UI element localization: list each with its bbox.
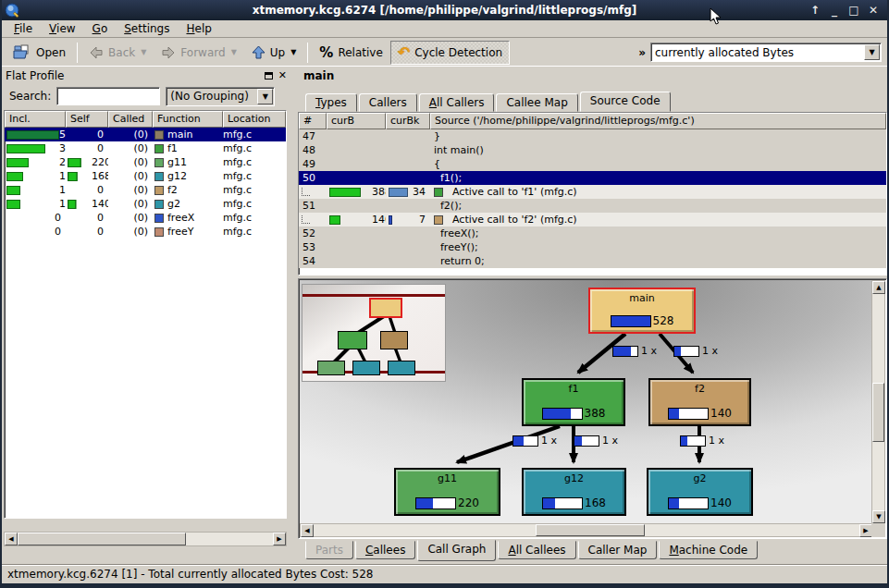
table-row-g12[interactable]: 168 168 (0) g12 mfg.c <box>5 169 286 183</box>
cycle-detection-toggle-button[interactable]: ↶ Cycle Detection <box>390 41 510 65</box>
table-row-freeX[interactable]: 0 0 (0) freeX mfg.c <box>5 211 286 225</box>
column-header-incl[interactable]: Incl. <box>5 111 66 128</box>
overview-node-g11 <box>317 361 345 375</box>
combo-dropdown-icon[interactable]: ▼ <box>864 44 880 60</box>
menu-help[interactable]: Help <box>178 20 219 37</box>
tab-callers[interactable]: Callers <box>359 93 417 112</box>
close-button[interactable]: ✕ <box>867 4 880 17</box>
source-line-selected[interactable]: 50 f1(); <box>299 171 886 185</box>
graph-node-g2[interactable]: g2 140 <box>647 468 753 516</box>
scrollbar-track[interactable] <box>872 294 884 383</box>
graph-node-g12[interactable]: g12 168 <box>522 468 626 516</box>
relative-toggle-button[interactable]: % Relative <box>312 41 389 65</box>
scroll-right-icon[interactable]: ▶ <box>273 533 286 545</box>
scroll-left-icon[interactable]: ◀ <box>301 524 314 537</box>
column-header-curbk[interactable]: curBk <box>386 113 430 129</box>
dock-close-icon[interactable]: ✕ <box>278 69 287 81</box>
source-line[interactable]: 47 } <box>299 129 886 143</box>
graph-hscrollbar[interactable]: ◀ ▶ <box>300 523 873 537</box>
column-header-line[interactable]: # <box>299 113 327 129</box>
column-header-source[interactable]: Source ('/home/philippe/valgrind/littlep… <box>430 113 886 129</box>
edge-label-f1-g12: 1 x <box>574 435 618 447</box>
back-button[interactable]: Back ▼ <box>81 41 154 65</box>
table-row-f1[interactable]: 388 0 (0) f1 mfg.c <box>5 141 286 155</box>
graph-node-main[interactable]: main 528 <box>588 288 696 334</box>
column-header-self[interactable]: Self <box>66 111 108 128</box>
overview-node-main <box>369 298 402 318</box>
menu-go[interactable]: Go <box>84 20 117 37</box>
scroll-right-icon[interactable]: ▶ <box>859 524 872 537</box>
tab-parts[interactable]: Parts <box>305 541 353 559</box>
menu-settings[interactable]: Settings <box>116 20 178 37</box>
scrollbar-track[interactable] <box>645 524 859 536</box>
scroll-down-icon[interactable]: ▼ <box>872 510 885 523</box>
source-line[interactable]: 53 freeY(); <box>299 240 886 254</box>
scrollbar-thumb[interactable] <box>872 383 884 442</box>
graph-node-f2[interactable]: f2 140 <box>648 378 751 426</box>
table-row-main[interactable]: 528 0 (0) main mfg.c <box>5 128 286 141</box>
tab-callees[interactable]: Callees <box>355 541 415 559</box>
column-header-curb[interactable]: curB <box>327 113 386 129</box>
maximize-button[interactable]: □ <box>847 4 860 17</box>
source-line[interactable]: 54 return 0; <box>299 254 886 268</box>
up-button[interactable]: Up ▼ <box>244 41 304 65</box>
event-type-combobox[interactable]: currently allocated Bytes ▼ <box>650 43 882 62</box>
tab-types[interactable]: Types <box>305 93 357 112</box>
title-bar: xtmemory.kcg.6274 [/home/philippe/valgri… <box>2 0 887 20</box>
tree-branch-icon <box>302 188 310 196</box>
graph-node-g11[interactable]: g11 220 <box>394 468 500 516</box>
scroll-up-icon[interactable]: ▲ <box>872 281 885 294</box>
tab-call-graph[interactable]: Call Graph <box>417 540 496 561</box>
tab-machine-code[interactable]: Machine Code <box>659 541 758 559</box>
menu-file[interactable]: File <box>6 20 41 37</box>
menu-view[interactable]: View <box>41 20 83 37</box>
forward-dropdown-icon[interactable]: ▼ <box>231 48 237 56</box>
tab-source-code[interactable]: Source Code <box>580 92 671 112</box>
call-graph-canvas[interactable]: main 528 f1 388 f2 140 g11 220 g12 168 <box>300 280 873 524</box>
tab-all-callees[interactable]: All Callees <box>498 541 575 559</box>
incl-bar <box>6 186 20 195</box>
scrollbar-track[interactable] <box>186 533 273 545</box>
scrollbar-thumb[interactable] <box>18 533 186 545</box>
forward-arrow-icon <box>161 46 176 59</box>
shade-button[interactable]: ↑ <box>809 4 821 17</box>
column-header-function[interactable]: Function <box>153 111 223 128</box>
toolbar-overflow-chevron[interactable]: » <box>638 46 646 59</box>
source-line[interactable]: 52 freeX(); <box>299 227 886 240</box>
up-dropdown-icon[interactable]: ▼ <box>290 48 296 56</box>
tab-all-callers[interactable]: All Callers <box>419 93 495 112</box>
graph-overview-panel[interactable] <box>302 284 446 382</box>
source-line[interactable]: 48 int main() <box>299 143 886 157</box>
tab-caller-map[interactable]: Caller Map <box>578 541 658 559</box>
grouping-combobox[interactable]: (No Grouping) ▼ <box>166 87 275 106</box>
source-call-row-f2[interactable]: 140 7 Active call to 'f2' (mfg.c) <box>299 213 886 227</box>
source-line[interactable]: 51 f2(); <box>299 199 886 213</box>
tab-callee-map[interactable]: Callee Map <box>496 93 577 112</box>
self-bar <box>68 200 76 209</box>
self-bar <box>68 172 78 181</box>
scroll-left-icon[interactable]: ◀ <box>5 533 18 545</box>
table-row-g2[interactable]: 140 140 (0) g2 mfg.c <box>5 197 286 211</box>
flat-profile-hscrollbar[interactable]: ◀ ▶ <box>4 532 287 546</box>
minimize-button[interactable]: _ <box>828 4 841 17</box>
app-icon <box>5 2 21 18</box>
graph-vscrollbar[interactable]: ▲ ▼ <box>871 280 885 524</box>
dock-float-icon[interactable] <box>265 72 273 80</box>
status-text: xtmemory.kcg.6274 [1] - Total currently … <box>7 568 373 581</box>
table-row-freeY[interactable]: 0 0 (0) freeY mfg.c <box>5 225 286 239</box>
scrollbar-track[interactable] <box>872 442 884 510</box>
source-call-row-f1[interactable]: 388 34 Active call to 'f1' (mfg.c) <box>299 185 886 199</box>
scrollbar-thumb[interactable] <box>536 524 645 536</box>
back-dropdown-icon[interactable]: ▼ <box>141 48 146 56</box>
graph-node-f1[interactable]: f1 388 <box>522 378 625 426</box>
combo-dropdown-icon[interactable]: ▼ <box>257 89 273 104</box>
source-line[interactable]: 49 { <box>299 157 886 171</box>
open-button[interactable]: Open <box>6 41 73 65</box>
search-input[interactable] <box>56 87 160 105</box>
column-header-called[interactable]: Called <box>108 111 153 128</box>
forward-button[interactable]: Forward ▼ <box>154 41 243 65</box>
table-row-f2[interactable]: 140 0 (0) f2 mfg.c <box>5 183 286 197</box>
column-header-location[interactable]: Location <box>223 111 286 128</box>
scrollbar-track[interactable] <box>314 524 536 536</box>
table-row-g11[interactable]: 220 220 (0) g11 mfg.c <box>5 155 286 169</box>
